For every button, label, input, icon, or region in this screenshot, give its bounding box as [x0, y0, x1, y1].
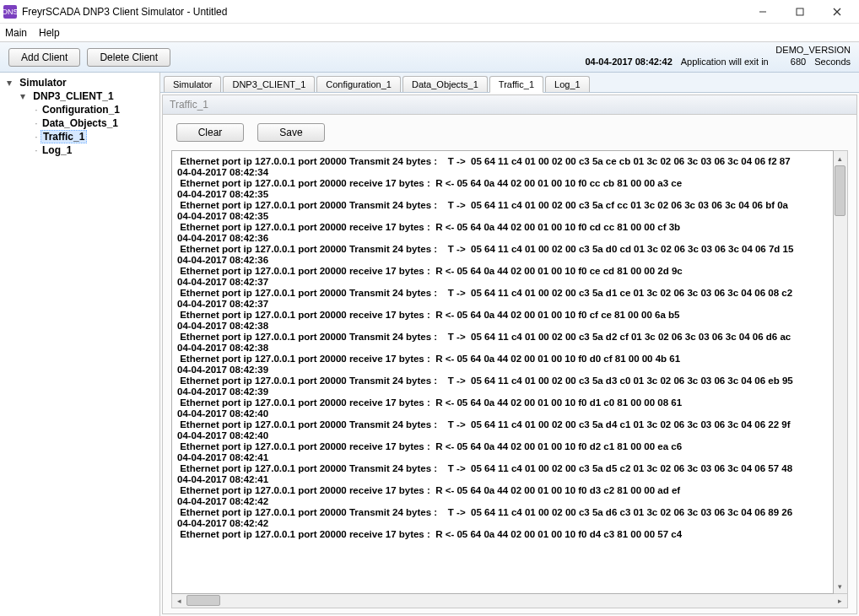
- menubar: Main Help: [0, 24, 859, 42]
- log-timestamp: 04-04-2017 08:42:41: [177, 452, 828, 463]
- log-line: Ethernet port ip 127.0.0.1 port 20000 re…: [177, 441, 828, 452]
- maximize-button[interactable]: [781, 0, 818, 24]
- tree-item[interactable]: ·Log_1: [32, 143, 158, 157]
- log-timestamp: 04-04-2017 08:42:38: [177, 343, 828, 354]
- tab[interactable]: Simulator: [164, 76, 221, 92]
- status-exit-seconds: 680: [791, 56, 806, 68]
- log-timestamp: 04-04-2017 08:42:35: [177, 211, 828, 222]
- log-timestamp: 04-04-2017 08:42:40: [177, 408, 828, 419]
- tree-root[interactable]: ▾ Simulator ▾ DNP3_CLIENT_1 ·Configurati…: [5, 76, 158, 157]
- close-button[interactable]: [818, 0, 856, 24]
- log-line: Ethernet port ip 127.0.0.1 port 20000 Tr…: [177, 244, 828, 255]
- bullet-icon: ·: [32, 103, 41, 116]
- group-title: Traffic_1: [163, 95, 856, 115]
- tree-item[interactable]: ·Configuration_1: [32, 103, 158, 116]
- save-button[interactable]: Save: [257, 123, 325, 142]
- window-title: FreyrSCADA DNP3 Client Simulator - Untit…: [22, 6, 744, 18]
- bullet-icon: ·: [32, 143, 41, 157]
- toolbar: Add Client Delete Client DEMO_VERSION 04…: [0, 42, 859, 73]
- delete-client-button[interactable]: Delete Client: [87, 48, 170, 67]
- log-timestamp: 04-04-2017 08:42:40: [177, 430, 828, 441]
- log-timestamp: 04-04-2017 08:42:34: [177, 167, 828, 178]
- tab-strip: SimulatorDNP3_CLIENT_1Configuration_1Dat…: [160, 73, 859, 93]
- scroll-down-icon[interactable]: ▾: [834, 579, 846, 593]
- menu-help[interactable]: Help: [39, 27, 60, 39]
- tab[interactable]: Traffic_1: [489, 76, 543, 93]
- scroll-right-icon[interactable]: ▸: [833, 594, 847, 607]
- status-exit-label: Application will exit in: [681, 56, 769, 68]
- traffic-group: Traffic_1 Clear Save Ethernet port ip 12…: [162, 95, 857, 614]
- menu-main[interactable]: Main: [5, 27, 27, 39]
- tab[interactable]: Data_Objects_1: [402, 76, 488, 92]
- log-line: Ethernet port ip 127.0.0.1 port 20000 Tr…: [177, 156, 828, 167]
- tree-item-label: Configuration_1: [41, 104, 122, 116]
- chevron-down-icon[interactable]: ▾: [5, 76, 14, 89]
- add-client-button[interactable]: Add Client: [8, 48, 80, 67]
- log-line: Ethernet port ip 127.0.0.1 port 20000 Tr…: [177, 419, 828, 430]
- chevron-down-icon[interactable]: ▾: [19, 89, 27, 103]
- log-line: Ethernet port ip 127.0.0.1 port 20000 Tr…: [177, 507, 828, 518]
- svg-rect-1: [797, 8, 803, 15]
- log-line: Ethernet port ip 127.0.0.1 port 20000 re…: [177, 354, 828, 365]
- titlebar: DNS FreyrSCADA DNP3 Client Simulator - U…: [0, 0, 859, 24]
- tree-item-label: Data_Objects_1: [41, 117, 120, 129]
- tab-panel: Traffic_1 Clear Save Ethernet port ip 12…: [160, 93, 859, 616]
- log-timestamp: 04-04-2017 08:42:36: [177, 233, 828, 244]
- log-line: Ethernet port ip 127.0.0.1 port 20000 Tr…: [177, 376, 828, 386]
- log-line: Ethernet port ip 127.0.0.1 port 20000 Tr…: [177, 200, 828, 211]
- status-demo: DEMO_VERSION: [775, 44, 851, 56]
- scroll-up-icon[interactable]: ▴: [834, 151, 846, 165]
- log-timestamp: 04-04-2017 08:42:39: [177, 365, 828, 376]
- log-line: Ethernet port ip 127.0.0.1 port 20000 Tr…: [177, 332, 828, 343]
- nav-tree[interactable]: ▾ Simulator ▾ DNP3_CLIENT_1 ·Configurati…: [0, 73, 160, 616]
- log-timestamp: 04-04-2017 08:42:39: [177, 386, 828, 397]
- minimize-button[interactable]: [744, 0, 781, 24]
- scroll-thumb[interactable]: [835, 165, 845, 216]
- tree-item-label: Log_1: [41, 144, 73, 156]
- tree-item[interactable]: ·Data_Objects_1: [32, 116, 158, 130]
- log-line: Ethernet port ip 127.0.0.1 port 20000 re…: [177, 485, 828, 496]
- status-area: DEMO_VERSION 04-04-2017 08:42:42 Applica…: [585, 44, 851, 68]
- log-line: Ethernet port ip 127.0.0.1 port 20000 re…: [177, 266, 828, 277]
- main-pane: SimulatorDNP3_CLIENT_1Configuration_1Dat…: [160, 73, 859, 616]
- log-line: Ethernet port ip 127.0.0.1 port 20000 re…: [177, 222, 828, 233]
- status-seconds-word: Seconds: [814, 56, 851, 68]
- tree-client-label: DNP3_CLIENT_1: [31, 90, 115, 102]
- log-line: Ethernet port ip 127.0.0.1 port 20000 re…: [177, 310, 828, 321]
- tab[interactable]: DNP3_CLIENT_1: [223, 76, 315, 92]
- tab[interactable]: Configuration_1: [316, 76, 401, 92]
- log-timestamp: 04-04-2017 08:42:37: [177, 299, 828, 310]
- bullet-icon: ·: [32, 130, 41, 143]
- log-timestamp: 04-04-2017 08:42:36: [177, 255, 828, 266]
- tree-item[interactable]: ·Traffic_1: [32, 130, 158, 143]
- scroll-thumb[interactable]: [186, 595, 220, 606]
- scroll-left-icon[interactable]: ◂: [172, 594, 186, 607]
- tree-root-label: Simulator: [18, 77, 68, 89]
- log-line: Ethernet port ip 127.0.0.1 port 20000 Tr…: [177, 288, 828, 299]
- tab[interactable]: Log_1: [545, 76, 590, 92]
- tree-client[interactable]: ▾ DNP3_CLIENT_1 ·Configuration_1·Data_Ob…: [19, 89, 158, 157]
- vertical-scrollbar[interactable]: ▴ ▾: [834, 150, 848, 594]
- clear-button[interactable]: Clear: [176, 123, 244, 142]
- log-timestamp: 04-04-2017 08:42:42: [177, 518, 828, 529]
- log-line: Ethernet port ip 127.0.0.1 port 20000 re…: [177, 397, 828, 408]
- log-line: Ethernet port ip 127.0.0.1 port 20000 Tr…: [177, 463, 828, 474]
- log-timestamp: 04-04-2017 08:42:41: [177, 474, 828, 485]
- status-datetime: 04-04-2017 08:42:42: [585, 56, 672, 68]
- app-icon: DNS: [3, 5, 17, 19]
- log-timestamp: 04-04-2017 08:42:38: [177, 321, 828, 332]
- tree-item-label: Traffic_1: [41, 130, 87, 143]
- traffic-log[interactable]: Ethernet port ip 127.0.0.1 port 20000 Tr…: [171, 150, 834, 594]
- horizontal-scrollbar[interactable]: ◂ ▸: [171, 594, 848, 608]
- log-timestamp: 04-04-2017 08:42:35: [177, 189, 828, 200]
- log-line: Ethernet port ip 127.0.0.1 port 20000 re…: [177, 529, 828, 540]
- log-line: Ethernet port ip 127.0.0.1 port 20000 re…: [177, 178, 828, 189]
- bullet-icon: ·: [32, 116, 41, 130]
- log-timestamp: 04-04-2017 08:42:37: [177, 277, 828, 288]
- log-timestamp: 04-04-2017 08:42:42: [177, 496, 828, 507]
- workspace: ▾ Simulator ▾ DNP3_CLIENT_1 ·Configurati…: [0, 73, 859, 616]
